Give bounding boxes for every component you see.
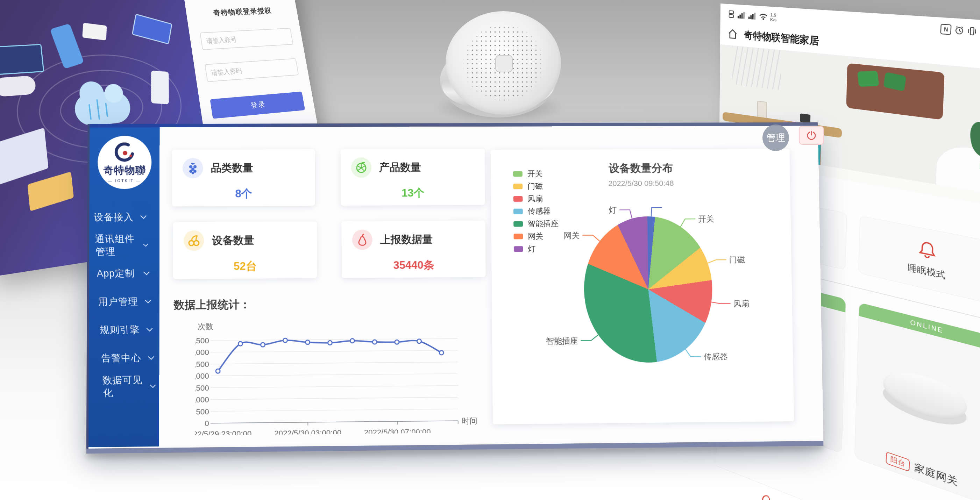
stat-value: 8个 [183,186,305,202]
chevron-down-icon [148,356,155,360]
svg-text:灯: 灯 [609,205,617,214]
legend-item[interactable]: 风扇 [514,193,558,205]
gateway-icon [883,364,968,433]
sidebar-item-2[interactable]: 通讯组件管理 [85,231,157,260]
legend-label: 智能插座 [528,219,558,229]
chevron-down-icon [146,327,153,332]
monitor-illustration [0,44,45,75]
sidebar-item-5[interactable]: 规则引擎 [90,315,162,344]
sidebar-item-1[interactable]: 设备接入 [84,203,156,231]
buildings-illustration [28,172,74,211]
admin-dashboard: 奇特物聯 — IOTKIT — 设备接入通讯组件管理App定制用户管理规则引擎告… [86,122,823,449]
satellite-illustration [132,14,172,44]
sidebar-item-3[interactable]: App定制 [87,259,159,288]
sidebar-item-label: 通讯组件管理 [94,233,143,258]
sidebar-item-label: 设备接入 [93,211,134,224]
mode-label: 睡眠模式 [908,261,946,281]
legend-label: 开关 [527,168,543,179]
legend-label: 网关 [528,231,543,241]
svg-text:次数: 次数 [197,322,213,331]
stat-card-1: 品类数量 8个 [172,149,315,206]
login-title: 奇特物联登录授权 [196,5,288,19]
report-section-title: 数据上报统计： [173,297,250,313]
wifi-icon [759,12,768,21]
stat-label: 品类数量 [211,161,253,175]
phone-illustration [50,24,84,69]
sidebar-menu: 设备接入通讯组件管理App定制用户管理规则引擎告警中心数据可见化 [84,203,165,401]
svg-text:2022/5/30 07:00:00: 2022/5/30 07:00:00 [364,427,431,435]
svg-text:2,000: 2,000 [195,372,209,381]
svg-text:1,000: 1,000 [195,395,209,405]
account-input[interactable] [200,28,293,50]
chevron-down-icon [143,271,150,276]
device-distribution-pie [583,216,713,363]
stat-card-3: 设备数量 52台 [173,221,317,279]
svg-text:传感器: 传感器 [704,352,728,361]
signal-bars-icon [737,11,746,19]
stat-label: 上报数据量 [380,232,433,247]
dashboard-main: 品类数量 8个 产品数量 13个 设备数量 52台 上报数据量 35440条 数… [159,126,823,446]
stat-card-2: 产品数量 13个 [340,149,485,206]
svg-text:风扇: 风扇 [733,299,749,308]
svg-text:2022/5/30 03:00:00: 2022/5/30 03:00:00 [274,428,341,435]
signal-bars-icon [748,11,757,20]
pie-legend: 开关 门磁 风扇 传感器 智能插座 网关 灯 [513,167,559,255]
login-button[interactable]: 登录 [210,92,305,119]
camera-illustration [82,23,107,40]
cherry-icon [184,230,204,251]
manage-badge[interactable]: 管理 [762,124,789,151]
speaker-top-face [445,11,561,115]
cushion-decoration [857,71,879,86]
legend-item[interactable]: 传感器 [514,205,558,217]
sidebar-item-label: 规则引擎 [99,324,140,337]
chevron-down-icon [143,243,149,247]
logo-name: 奇特物聯 [103,163,146,177]
legend-item[interactable]: 智能插座 [514,217,558,230]
sidebar-item-7[interactable]: 数据可见化 [93,372,165,401]
svg-text:500: 500 [196,407,209,416]
logo-swirl-icon [115,142,135,163]
svg-text:0: 0 [205,419,209,428]
legend-label: 传感器 [528,206,551,216]
legend-item[interactable]: 开关 [513,167,558,180]
sim-battery-icon [729,10,735,18]
svg-text:智能插座: 智能插座 [546,336,578,346]
svg-text:时间: 时间 [462,416,477,425]
svg-text:开关: 开关 [698,214,714,224]
legend-swatch [514,196,523,202]
legend-swatch [514,209,523,214]
power-button[interactable] [799,126,824,145]
sidebar-item-label: 告警中心 [101,352,142,365]
brand-logo: 奇特物聯 — IOTKIT — [97,136,151,189]
smart-gateway-photo [436,9,570,124]
lamp-decoration [732,45,781,90]
buildings-illustration [0,128,49,187]
chevron-down-icon [140,215,147,219]
pear-icon [352,230,372,250]
net-speed-unit: K/s [770,17,776,23]
nfc-icon: N [940,24,952,35]
home-icon[interactable] [727,28,738,40]
svg-text:网关: 网关 [564,231,580,240]
lemon-icon [351,157,371,178]
password-input[interactable] [205,58,299,82]
sidebar-item-6[interactable]: 告警中心 [91,344,163,373]
sidebar-item-4[interactable]: 用户管理 [88,287,160,316]
svg-text:3,000: 3,000 [195,348,209,357]
grapes-icon [183,158,203,178]
legend-item[interactable]: 灯 [514,243,559,256]
marketing-composite: 奇特物联登录授权 登录 1.9K/s N [0,0,980,500]
bell-icon [917,239,937,262]
alarm-icon [955,25,965,35]
vibrate-icon [967,27,977,37]
active-nav-icon[interactable] [761,492,772,500]
pie-chart-card: 设备数量分布 2022/5/30 09:50:48 开关 门磁 风扇 传感器 智… [491,149,794,424]
pot-decoration [757,101,767,119]
stat-label: 产品数量 [379,160,421,175]
sidebar-item-label: 用户管理 [98,295,138,308]
legend-swatch [514,246,523,252]
svg-text:2022/5/29 23:00:00: 2022/5/29 23:00:00 [195,429,251,435]
legend-item[interactable]: 网关 [514,230,558,243]
legend-item[interactable]: 门磁 [513,180,558,193]
cup-decoration [800,113,810,124]
